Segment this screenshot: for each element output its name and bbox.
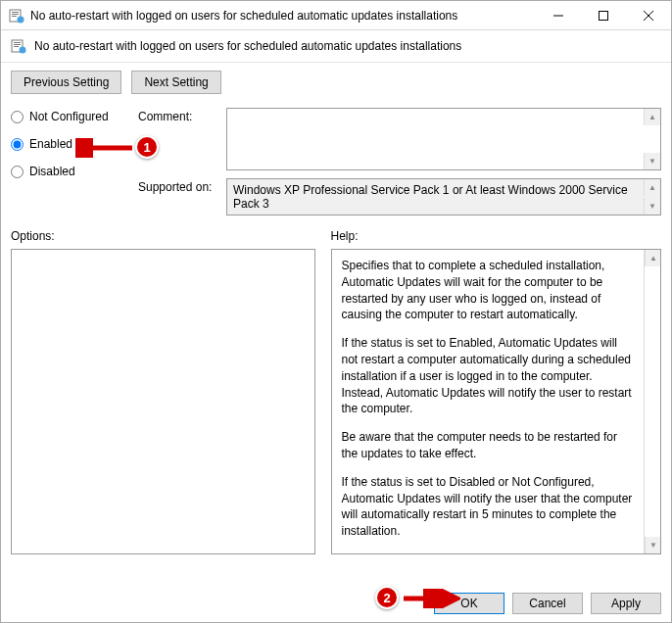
radio-not-configured[interactable]: Not Configured <box>11 110 119 123</box>
help-p3: Be aware that the computer needs to be r… <box>342 429 635 462</box>
radio-not-configured-label: Not Configured <box>29 110 109 123</box>
radio-enabled-input[interactable] <box>11 138 24 151</box>
minimize-button[interactable] <box>536 1 581 30</box>
scroll-up-icon[interactable]: ▲ <box>644 109 660 125</box>
state-radio-group: Not Configured Enabled Disabled <box>11 108 119 216</box>
svg-rect-11 <box>14 44 21 45</box>
svg-rect-10 <box>14 42 21 43</box>
supported-value: Windows XP Professional Service Pack 1 o… <box>227 179 644 215</box>
help-p1: Specifies that to complete a scheduled i… <box>342 258 635 323</box>
policy-icon <box>11 38 26 54</box>
svg-rect-12 <box>14 46 19 47</box>
window-title: No auto-restart with logged on users for… <box>30 9 536 23</box>
cancel-button[interactable]: Cancel <box>512 593 583 614</box>
scroll-down-icon[interactable]: ▼ <box>644 153 660 169</box>
config-section: Not Configured Enabled Disabled Comment:… <box>1 102 671 216</box>
radio-disabled[interactable]: Disabled <box>11 165 119 178</box>
footer-buttons: OK Cancel Apply <box>434 593 661 614</box>
help-p2: If the status is set to Enabled, Automat… <box>342 335 635 417</box>
svg-rect-1 <box>12 12 19 13</box>
comment-label: Comment: <box>138 108 218 123</box>
options-label: Options: <box>11 229 315 243</box>
radio-enabled-label: Enabled <box>29 137 72 151</box>
scroll-down-icon[interactable]: ▼ <box>644 198 660 215</box>
titlebar: No auto-restart with logged on users for… <box>1 1 671 30</box>
svg-rect-6 <box>600 11 608 20</box>
help-content: Specifies that to complete a scheduled i… <box>332 250 645 553</box>
scroll-down-icon[interactable]: ▼ <box>645 537 661 553</box>
apply-button[interactable]: Apply <box>591 593 661 614</box>
scroll-up-icon[interactable]: ▲ <box>645 250 661 266</box>
svg-point-13 <box>20 47 26 54</box>
options-content <box>12 250 314 553</box>
help-pane: Help: Specifies that to complete a sched… <box>331 229 662 554</box>
help-p5: Note: This policy applies only when Auto… <box>342 551 635 553</box>
scroll-up-icon[interactable]: ▲ <box>644 179 660 196</box>
supported-textbox: Windows XP Professional Service Pack 1 o… <box>226 178 661 216</box>
ok-button[interactable]: OK <box>434 593 504 614</box>
policy-icon <box>9 8 24 24</box>
header-bar: No auto-restart with logged on users for… <box>1 30 671 63</box>
svg-rect-2 <box>12 14 19 15</box>
radio-not-configured-input[interactable] <box>11 111 24 123</box>
close-button[interactable] <box>626 1 671 30</box>
header-subtitle: No auto-restart with logged on users for… <box>34 39 461 53</box>
comment-value <box>227 109 644 169</box>
nav-bar: Previous Setting Next Setting <box>1 63 671 102</box>
options-pane: Options: <box>11 229 315 554</box>
supported-label: Supported on: <box>138 178 218 194</box>
svg-point-4 <box>18 16 24 23</box>
radio-disabled-input[interactable] <box>11 166 24 178</box>
help-label: Help: <box>331 229 662 243</box>
bottom-section: Options: Help: Specifies that to complet… <box>1 216 671 554</box>
comment-textbox[interactable]: ▲ ▼ <box>226 108 661 170</box>
annotation-badge-2: 2 <box>375 586 399 609</box>
radio-disabled-label: Disabled <box>29 165 75 178</box>
previous-setting-button[interactable]: Previous Setting <box>11 71 121 94</box>
options-box <box>11 249 315 554</box>
help-p4: If the status is set to Disabled or Not … <box>342 474 635 540</box>
maximize-button[interactable] <box>581 1 626 30</box>
svg-rect-3 <box>12 16 17 17</box>
radio-enabled[interactable]: Enabled <box>11 137 119 151</box>
help-box: Specifies that to complete a scheduled i… <box>331 249 662 554</box>
next-setting-button[interactable]: Next Setting <box>131 71 220 94</box>
